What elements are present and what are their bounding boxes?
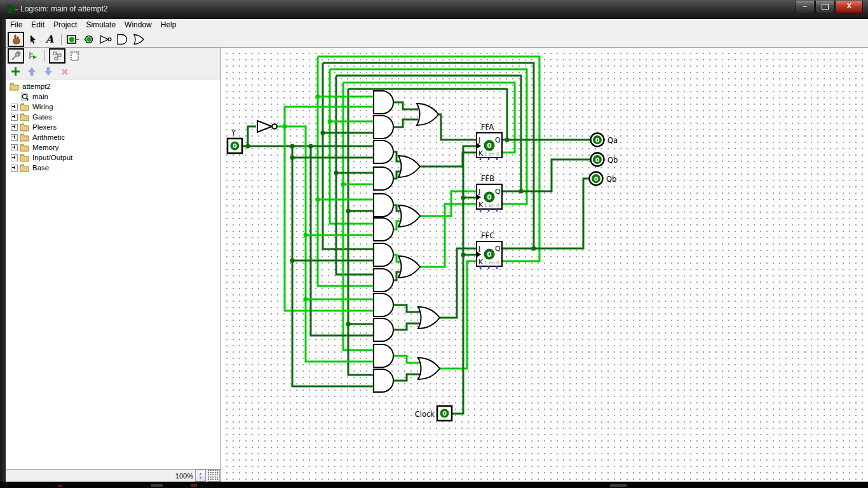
add-circuit-button[interactable]: [8, 65, 23, 79]
wire-segment[interactable]: [393, 374, 419, 381]
ff-async-label: 1 en 0: [484, 203, 499, 208]
and-gate[interactable]: [374, 344, 393, 367]
tree-item-input-output[interactable]: Input/Output: [6, 152, 220, 163]
menu-edit[interactable]: Edit: [27, 19, 49, 31]
wire-segment[interactable]: [393, 356, 419, 363]
input-pin-tool-button[interactable]: [65, 32, 81, 46]
menu-file[interactable]: File: [6, 19, 27, 31]
and-gate[interactable]: [374, 91, 393, 114]
wire-segment[interactable]: [318, 57, 374, 286]
tree-item-gates[interactable]: Gates: [6, 112, 220, 122]
or-gate-tool-button[interactable]: [132, 32, 147, 46]
wire-segment[interactable]: [393, 305, 419, 312]
component-label: Y: [231, 128, 236, 137]
and-gate[interactable]: [374, 269, 393, 292]
ff-k-label: K: [478, 149, 484, 158]
menu-help[interactable]: Help: [156, 19, 181, 31]
expander-icon[interactable]: [11, 114, 18, 121]
circuit-canvas[interactable]: JQK1 en 00JQK1 en 00JQK1 en 0000000YCloc…: [221, 48, 868, 482]
ff-j-label: J: [478, 245, 480, 253]
or-gate[interactable]: [398, 156, 420, 177]
wire-segment[interactable]: [438, 114, 477, 140]
poke-tool-button[interactable]: [8, 32, 24, 47]
wire-junction-dot: [519, 189, 523, 193]
expander-icon[interactable]: [11, 104, 18, 111]
or-gate[interactable]: [398, 205, 420, 227]
expander-icon[interactable]: [11, 165, 18, 172]
menu-project[interactable]: Project: [49, 19, 81, 31]
wire-segment[interactable]: [336, 76, 374, 274]
or-gate[interactable]: [398, 256, 420, 278]
maximize-button[interactable]: [815, 1, 835, 13]
remove-circuit-button[interactable]: [57, 65, 72, 79]
wire-segment[interactable]: [393, 119, 418, 127]
and-gate[interactable]: [374, 218, 393, 241]
project-tree: attempt2 main Wiring Gates Plexers: [6, 79, 220, 469]
input-pin-icon: [67, 34, 79, 44]
wire-segment[interactable]: [440, 261, 477, 369]
grid-toggle-icon[interactable]: [208, 470, 220, 482]
output-pin-tool-button[interactable]: [82, 32, 97, 46]
appearance-view-button[interactable]: [67, 49, 82, 63]
simulation-view-button[interactable]: [25, 49, 41, 63]
and-gate[interactable]: [374, 369, 393, 392]
and-gate[interactable]: [374, 243, 393, 266]
wire-segment[interactable]: [502, 179, 589, 248]
zoom-spinner[interactable]: ▲▼: [195, 470, 206, 482]
output-pin-icon: [83, 34, 96, 44]
ff-async-label: 1 en 0: [484, 151, 499, 157]
wire-segment[interactable]: [393, 102, 418, 109]
window-title: Logisim: main of attempt2: [20, 4, 107, 13]
move-circuit-up-button[interactable]: [24, 65, 39, 79]
taskbar-mark: [58, 485, 62, 487]
menu-window[interactable]: Window: [120, 19, 156, 31]
menu-simulate[interactable]: Simulate: [81, 19, 120, 31]
and-gate-tool-button[interactable]: [115, 32, 130, 46]
and-gate[interactable]: [374, 318, 393, 341]
select-tool-button[interactable]: [25, 32, 41, 46]
wire-segment[interactable]: [393, 323, 419, 330]
tree-item-plexers[interactable]: Plexers: [6, 122, 220, 132]
tree-root-attempt2[interactable]: attempt2: [10, 81, 220, 92]
wire-segment[interactable]: [420, 152, 477, 166]
and-gate[interactable]: [374, 194, 393, 217]
or-gate[interactable]: [418, 358, 440, 379]
toolbox-view-button[interactable]: [8, 48, 24, 64]
expander-icon[interactable]: [11, 124, 18, 131]
wire-junction-dot: [303, 297, 308, 301]
wire-segment[interactable]: [502, 159, 590, 191]
close-button[interactable]: X: [836, 1, 863, 13]
component-label: FFC: [481, 231, 494, 240]
ff-state-value: 0: [487, 250, 491, 258]
expander-icon[interactable]: [11, 134, 18, 141]
not-gate-tool-button[interactable]: [98, 32, 114, 46]
and-gate[interactable]: [374, 294, 393, 316]
not-gate[interactable]: [257, 121, 272, 132]
text-tool-button[interactable]: A: [42, 32, 57, 46]
wire-segment[interactable]: [420, 204, 477, 267]
tree-item-base[interactable]: Base: [6, 163, 220, 173]
wire-segment[interactable]: [248, 126, 256, 146]
or-gate[interactable]: [417, 104, 438, 125]
tree-item-memory[interactable]: Memory: [6, 142, 220, 152]
tree-item-arithmetic[interactable]: Arithmetic: [6, 132, 220, 142]
wire-junction-dot: [315, 94, 320, 98]
wire-segment[interactable]: [318, 57, 539, 261]
expander-icon[interactable]: [11, 154, 18, 161]
layout-view-button[interactable]: [49, 48, 65, 64]
folder-icon: [20, 123, 30, 132]
component-label: FFA: [481, 123, 494, 132]
and-gate[interactable]: [374, 140, 393, 163]
minimize-button[interactable]: –: [795, 1, 815, 13]
tree-item-main[interactable]: main: [20, 92, 220, 102]
move-circuit-down-button[interactable]: [41, 65, 56, 79]
and-gate[interactable]: [374, 116, 393, 139]
cursor-arrow-icon: [28, 34, 38, 44]
pin-value: 0: [233, 142, 237, 149]
tree-item-wiring[interactable]: Wiring: [6, 102, 220, 112]
component-label: Qb: [606, 175, 616, 184]
expander-icon[interactable]: [11, 144, 18, 151]
and-gate[interactable]: [374, 167, 393, 190]
or-gate[interactable]: [418, 307, 440, 329]
taskbar-strip: [0, 482, 868, 488]
